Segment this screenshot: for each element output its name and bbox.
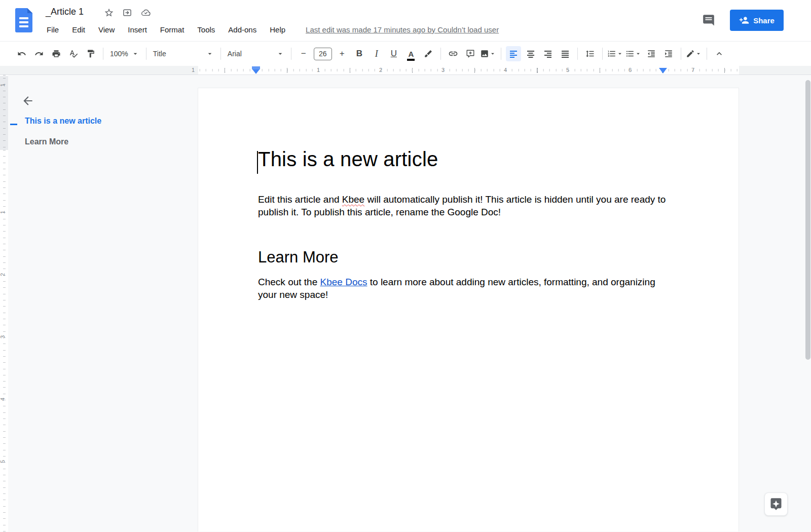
doc-paragraph-1[interactable]: Edit this article and Kbee will automati… xyxy=(258,193,669,218)
chevron-down-icon xyxy=(489,50,496,57)
misspelled-word[interactable]: Kbee xyxy=(342,194,364,205)
bold-button[interactable]: B xyxy=(352,46,367,61)
highlight-color-button[interactable] xyxy=(421,46,436,61)
document-title[interactable]: _Article 1 xyxy=(46,7,84,17)
open-comment-history-button[interactable] xyxy=(701,12,717,28)
zoom-select[interactable]: 100% xyxy=(107,46,142,61)
menu-file[interactable]: File xyxy=(47,24,65,35)
left-indent-marker[interactable] xyxy=(252,66,260,69)
print-button[interactable] xyxy=(49,46,64,61)
chevron-down-icon xyxy=(206,50,214,58)
plus-icon: + xyxy=(340,49,345,59)
logo-line xyxy=(19,21,28,23)
menu-addons[interactable]: Add-ons xyxy=(228,24,263,35)
toolbar-divider xyxy=(577,48,578,60)
font-size-input[interactable]: 26 xyxy=(314,48,332,60)
right-indent-marker[interactable] xyxy=(659,68,667,73)
ruler-label: 3 xyxy=(0,335,6,338)
toolbar-divider xyxy=(103,48,103,60)
ruler-label: 3 xyxy=(441,67,445,73)
outline-current-indicator xyxy=(10,124,17,125)
menu-format[interactable]: Format xyxy=(160,24,191,35)
italic-button[interactable]: I xyxy=(369,46,384,61)
menu-help[interactable]: Help xyxy=(270,24,291,35)
decrease-font-size-button[interactable]: − xyxy=(296,46,311,61)
add-comment-button[interactable] xyxy=(463,46,478,61)
menu-edit[interactable]: Edit xyxy=(72,24,91,35)
underline-glyph: U xyxy=(391,49,397,59)
paragraph-style-select[interactable]: Title xyxy=(150,46,217,61)
formatting-toolbar: 100% Title Arial − 26 + B I U A xyxy=(0,42,811,66)
paint-format-button[interactable] xyxy=(83,46,98,61)
increase-font-size-button[interactable]: + xyxy=(335,46,350,61)
style-value: Title xyxy=(153,50,166,58)
person-add-icon xyxy=(739,15,749,25)
redo-button[interactable] xyxy=(31,46,47,61)
paragraph-text: Edit this article and xyxy=(258,194,342,205)
toolbar-divider xyxy=(146,48,146,60)
doc-paragraph-2[interactable]: Check out the Kbee Docs to learn more ab… xyxy=(258,276,661,301)
insert-image-button[interactable] xyxy=(480,46,496,61)
numbered-list-button[interactable] xyxy=(607,46,623,61)
menu-bar: File Edit View Insert Format Tools Add-o… xyxy=(47,24,499,35)
ruler-label: 1 xyxy=(192,67,195,73)
vertical-scrollbar[interactable] xyxy=(805,80,810,360)
logo-fold xyxy=(27,8,32,13)
cloud-saved-icon[interactable] xyxy=(140,8,152,18)
increase-indent-button[interactable] xyxy=(661,46,676,61)
ruler-label: 2 xyxy=(379,67,382,73)
ruler-label: 5 xyxy=(0,460,6,463)
horizontal-ruler[interactable]: 1 1 2 3 4 5 6 7 xyxy=(0,66,811,75)
explore-button[interactable] xyxy=(764,492,788,516)
share-button[interactable]: Share xyxy=(730,10,784,31)
font-family-select[interactable]: Arial xyxy=(225,46,287,61)
share-button-label: Share xyxy=(753,16,775,25)
menu-insert[interactable]: Insert xyxy=(128,24,153,35)
outline-item-learn-more[interactable]: Learn More xyxy=(25,137,68,146)
underline-button[interactable]: U xyxy=(386,46,401,61)
kbee-docs-link[interactable]: Kbee Docs xyxy=(320,277,367,287)
spelling-check-button[interactable] xyxy=(66,46,81,61)
vertical-ruler[interactable]: 1 1 2 3 4 5 xyxy=(0,75,8,531)
minus-icon: − xyxy=(301,49,306,59)
ruler-label: 4 xyxy=(0,398,6,401)
main-area: 1 1 2 3 4 5 This is a new article Learn … xyxy=(0,75,811,531)
undo-button[interactable] xyxy=(14,46,29,61)
menu-view[interactable]: View xyxy=(98,24,121,35)
insert-link-button[interactable] xyxy=(446,46,461,61)
toolbar-divider xyxy=(602,48,603,60)
collapse-menus-button[interactable] xyxy=(712,46,727,61)
chevron-down-icon xyxy=(276,50,284,58)
ruler-label: 1 xyxy=(317,67,320,73)
close-outline-button[interactable] xyxy=(21,94,34,107)
ruler-label: 6 xyxy=(629,67,632,73)
explore-sparkle-icon xyxy=(769,497,783,511)
zoom-value: 100% xyxy=(110,50,128,58)
move-to-folder-icon[interactable] xyxy=(122,8,132,18)
outline-item-title[interactable]: This is a new article xyxy=(25,117,101,126)
editing-mode-button[interactable] xyxy=(686,46,702,61)
align-center-button[interactable] xyxy=(523,46,538,61)
star-icon[interactable] xyxy=(104,8,114,18)
chevron-down-icon xyxy=(131,50,139,58)
align-right-button[interactable] xyxy=(540,46,556,61)
document-page[interactable]: This is a new article Edit this article … xyxy=(198,88,739,531)
google-docs-logo-icon[interactable] xyxy=(15,8,32,32)
doc-heading-learn-more[interactable]: Learn More xyxy=(258,248,339,267)
justify-button[interactable] xyxy=(558,46,573,61)
align-left-button[interactable] xyxy=(506,46,521,61)
ruler-label: 4 xyxy=(504,67,507,73)
ruler-page-strip xyxy=(198,66,739,74)
text-color-glyph: A xyxy=(408,50,414,58)
toolbar-divider xyxy=(681,48,681,60)
ruler-label: 5 xyxy=(566,67,569,73)
paragraph-text: Check out the xyxy=(258,277,320,287)
text-color-button[interactable]: A xyxy=(403,46,419,61)
doc-title-text[interactable]: This is a new article xyxy=(258,148,438,171)
bulleted-list-button[interactable] xyxy=(625,46,642,61)
line-spacing-button[interactable] xyxy=(582,46,598,61)
decrease-indent-button[interactable] xyxy=(644,46,659,61)
last-edit-link[interactable]: Last edit was made 17 minutes ago by Cou… xyxy=(306,25,499,34)
menu-tools[interactable]: Tools xyxy=(197,24,221,35)
app-header: _Article 1 File Edit View Insert Format … xyxy=(0,0,811,42)
